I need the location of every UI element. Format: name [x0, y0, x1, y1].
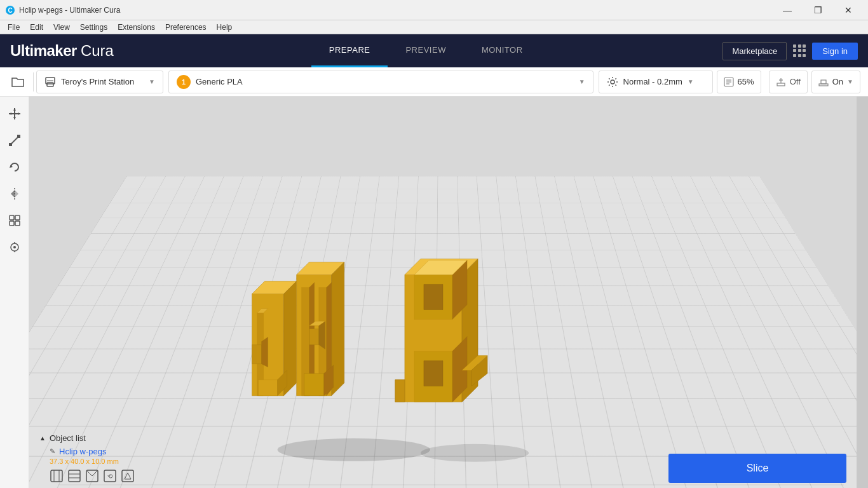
move-icon	[8, 107, 22, 121]
object-list-header[interactable]: ▲ Object list	[39, 433, 135, 443]
side-view-icon[interactable]	[67, 469, 81, 483]
printer-chevron: ▼	[149, 78, 155, 85]
window-controls: — ❐ ✕	[773, 0, 863, 20]
svg-marker-19	[9, 112, 11, 115]
bottom-panel: ▲ Object list ✎ Hclip w-pegs 37.3 x 40.0…	[29, 428, 857, 488]
slice-button[interactable]: Slice	[668, 454, 846, 483]
svg-marker-65	[424, 284, 443, 309]
front-view-icon[interactable]	[50, 469, 64, 483]
reset-view-icon[interactable]: ⟲	[103, 469, 117, 483]
scale-tool-button[interactable]	[3, 128, 27, 152]
object-dimensions: 37.3 x 40.0 x 10.0 mm	[50, 458, 135, 465]
object-info: ▲ Object list ✎ Hclip w-pegs 37.3 x 40.0…	[39, 433, 135, 483]
material-selector[interactable]: 1 Generic PLA ▼	[168, 71, 593, 93]
marketplace-button[interactable]: Marketplace	[722, 42, 787, 60]
material-badge: 1	[177, 75, 191, 89]
svg-point-33	[13, 246, 16, 248]
scale-icon	[8, 133, 22, 147]
material-name: Generic PLA	[196, 77, 574, 86]
viewport[interactable]: ▲ Object list ✎ Hclip w-pegs 37.3 x 40.0…	[29, 97, 857, 488]
object-list-label: Object list	[50, 433, 86, 443]
tab-prepare[interactable]: PREPARE	[311, 34, 388, 67]
svg-point-5	[611, 80, 614, 84]
mirror-icon	[8, 187, 22, 201]
material-chevron: ▼	[579, 78, 585, 85]
adhesion-label: On	[832, 77, 843, 86]
support-tool-icon	[8, 214, 22, 227]
menu-help[interactable]: Help	[212, 22, 238, 33]
svg-marker-24	[10, 165, 13, 168]
object-name[interactable]: Hclip w-pegs	[59, 447, 106, 456]
menu-preferences[interactable]: Preferences	[160, 22, 212, 33]
svg-marker-45	[259, 380, 278, 396]
svg-marker-55	[319, 322, 325, 349]
open-folder-button[interactable]	[5, 69, 31, 95]
svg-rect-14	[821, 80, 826, 84]
zoom-icon	[724, 77, 734, 87]
logo: Ultimaker Cura	[10, 42, 114, 60]
nav-right: Marketplace Sign in	[722, 42, 858, 60]
edit-icon: ✎	[50, 447, 55, 456]
perspective-icon[interactable]	[121, 469, 135, 483]
mirror-tool-button[interactable]	[3, 182, 27, 206]
print-settings-selector[interactable]: Normal - 0.2mm ▼	[599, 71, 713, 93]
svg-marker-20	[18, 112, 20, 115]
shape-icons-row: ⟲	[50, 469, 135, 483]
nav-tabs: PREPARE PREVIEW MONITOR	[129, 34, 723, 67]
menu-view[interactable]: View	[48, 22, 75, 33]
zoom-control[interactable]: 65%	[717, 71, 761, 93]
settings-chevron: ▼	[688, 78, 694, 85]
svg-rect-3	[47, 83, 53, 86]
support-tool-button[interactable]	[3, 208, 27, 233]
signin-button[interactable]: Sign in	[812, 43, 858, 60]
nav-bar: Ultimaker Cura PREPARE PREVIEW MONITOR M…	[0, 34, 868, 67]
svg-rect-28	[10, 215, 14, 220]
left-toolbar	[0, 97, 29, 488]
svg-marker-44	[262, 337, 268, 367]
logo-ultimaker: Ultimaker	[10, 42, 77, 60]
adhesion-chevron: ▼	[847, 78, 853, 85]
svg-rect-74	[51, 470, 62, 482]
folder-icon	[11, 76, 24, 88]
menu-bar: File Edit View Settings Extensions Prefe…	[0, 20, 868, 34]
menu-extensions[interactable]: Extensions	[112, 22, 160, 33]
close-button[interactable]: ✕	[834, 0, 863, 20]
right-border	[857, 97, 868, 488]
top-view-icon[interactable]	[85, 469, 99, 483]
move-tool-button[interactable]	[3, 102, 27, 126]
object-item: ✎ Hclip w-pegs	[39, 445, 135, 458]
print-profile-name: Normal - 0.2mm	[623, 77, 682, 86]
app-icon: C	[5, 5, 15, 15]
rotate-icon	[8, 160, 22, 174]
surface-tool-button[interactable]	[3, 235, 27, 259]
svg-line-84	[125, 473, 128, 479]
svg-marker-57	[304, 374, 324, 396]
svg-marker-43	[252, 345, 262, 364]
rotate-tool-button[interactable]	[3, 155, 27, 179]
svg-marker-72	[395, 380, 405, 402]
tab-monitor[interactable]: MONITOR	[464, 34, 541, 67]
maximize-button[interactable]: ❐	[803, 0, 832, 20]
svg-text:⟲: ⟲	[107, 473, 113, 480]
svg-rect-31	[15, 221, 20, 226]
minimize-button[interactable]: —	[773, 0, 802, 20]
svg-marker-27	[15, 190, 18, 198]
adhesion-icon	[818, 77, 829, 87]
menu-edit[interactable]: Edit	[25, 22, 48, 33]
adhesion-control[interactable]: On ▼	[811, 71, 860, 93]
support-control[interactable]: Off	[769, 71, 808, 93]
menu-file[interactable]: File	[3, 22, 25, 33]
grid-icon[interactable]	[793, 44, 806, 57]
object-list-chevron: ▲	[39, 435, 46, 442]
svg-marker-54	[309, 329, 319, 345]
svg-rect-23	[17, 135, 20, 138]
svg-rect-10	[777, 83, 785, 86]
menu-settings[interactable]: Settings	[75, 22, 112, 33]
support-label: Off	[790, 77, 801, 86]
printer-selector[interactable]: Teroy's Print Station ▼	[36, 71, 163, 93]
settings-icon	[607, 76, 618, 88]
svg-rect-30	[10, 221, 14, 226]
svg-marker-26	[11, 190, 15, 198]
tab-preview[interactable]: PREVIEW	[388, 34, 463, 67]
toolbar: Teroy's Print Station ▼ 1 Generic PLA ▼ …	[0, 67, 868, 97]
